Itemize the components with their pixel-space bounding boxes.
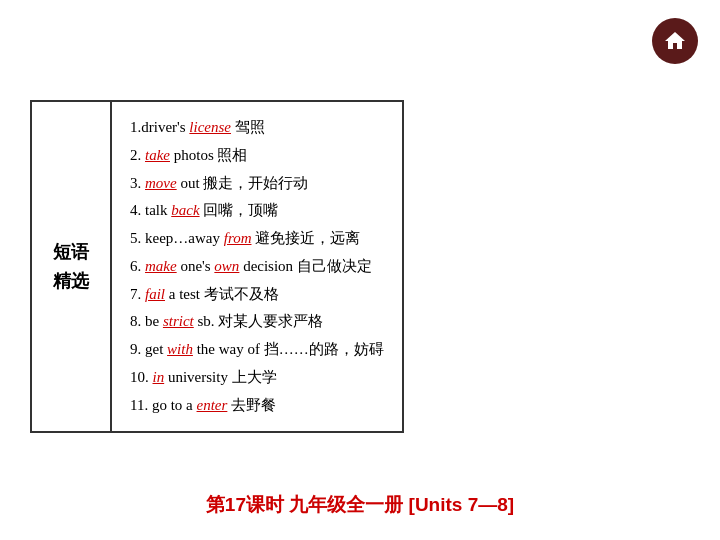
list-item: 10. in university 上大学 xyxy=(130,364,384,392)
list-item: 1.driver's license 驾照 xyxy=(130,114,384,142)
phrase-list: 1.driver's license 驾照 2. take photos 照相 … xyxy=(130,114,384,419)
list-item: 3. move out 搬走，开始行动 xyxy=(130,170,384,198)
footer-label: 第17课时 九年级全一册 [Units 7―8] xyxy=(0,492,720,518)
list-item: 7. fail a test 考试不及格 xyxy=(130,281,384,309)
list-item: 2. take photos 照相 xyxy=(130,142,384,170)
list-item: 11. go to a enter 去野餐 xyxy=(130,392,384,420)
list-item: 5. keep…away from 避免接近，远离 xyxy=(130,225,384,253)
phrase-table: 短语 精选 1.driver's license 驾照 2. take phot… xyxy=(30,100,404,433)
section-label: 短语 精选 xyxy=(31,101,111,432)
label-line1: 短语 xyxy=(53,242,89,262)
phrase-content: 1.driver's license 驾照 2. take photos 照相 … xyxy=(111,101,403,432)
home-button[interactable] xyxy=(652,18,698,64)
home-icon xyxy=(663,29,687,53)
label-line2: 精选 xyxy=(53,271,89,291)
list-item: 9. get with the way of 挡……的路，妨碍 xyxy=(130,336,384,364)
list-item: 8. be strict sb. 对某人要求严格 xyxy=(130,308,384,336)
list-item: 6. make one's own decision 自己做决定 xyxy=(130,253,384,281)
list-item: 4. talk back 回嘴，顶嘴 xyxy=(130,197,384,225)
